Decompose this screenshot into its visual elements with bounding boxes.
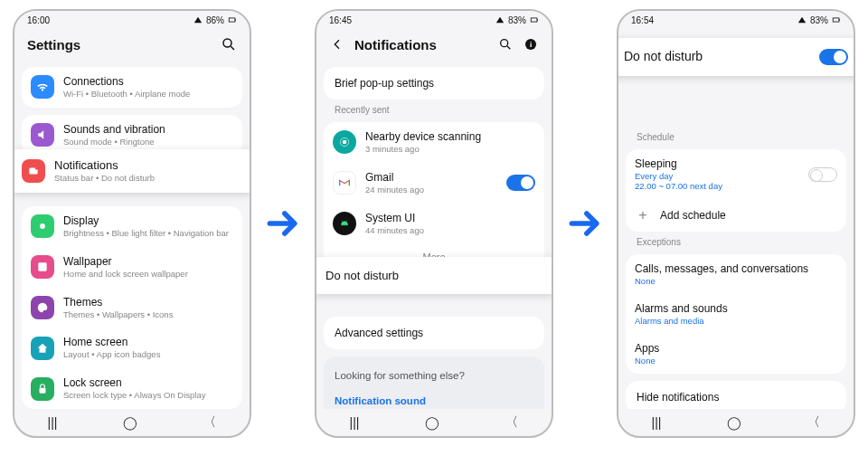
dnd-toggle[interactable] xyxy=(819,60,848,65)
lock-icon xyxy=(31,377,54,401)
android-icon xyxy=(333,212,356,235)
back-icon[interactable] xyxy=(329,36,345,52)
settings-list[interactable]: ConnectionsWi-Fi • Bluetooth • Airplane … xyxy=(14,60,250,409)
home-nav-icon[interactable]: ◯ xyxy=(123,415,137,430)
recent-icon[interactable]: ||| xyxy=(652,415,662,430)
recent-icon[interactable]: ||| xyxy=(48,415,58,430)
arrow-icon xyxy=(261,204,305,243)
status-bar: 16:00 86% xyxy=(14,11,250,29)
recent-icon[interactable]: ||| xyxy=(350,415,360,430)
brief-popup-row[interactable]: Brief pop-up settings xyxy=(324,67,544,100)
home-nav-icon[interactable]: ◯ xyxy=(425,415,439,430)
gmail-toggle[interactable] xyxy=(506,175,535,191)
section-schedule: Schedule xyxy=(626,127,846,142)
notifications-content[interactable]: Brief pop-up settings Recently sent Near… xyxy=(316,60,552,409)
notifications-icon xyxy=(22,159,45,183)
sleeping-toggle[interactable] xyxy=(808,167,837,182)
time: 16:54 xyxy=(631,15,654,25)
arrow-icon xyxy=(563,204,607,243)
svg-line-12 xyxy=(507,46,510,49)
back-nav-icon[interactable]: 〈 xyxy=(807,414,820,431)
sound-icon xyxy=(31,123,54,147)
battery: 83% xyxy=(508,15,526,25)
schedule-sleeping[interactable]: Sleeping Every day 22.00 ~ 07.00 next da… xyxy=(626,149,846,199)
info-icon[interactable]: i xyxy=(523,36,539,52)
status-bar: 16:54 83% xyxy=(618,11,854,29)
svg-rect-7 xyxy=(38,262,46,271)
svg-point-11 xyxy=(501,40,508,47)
svg-point-5 xyxy=(35,166,39,170)
svg-point-6 xyxy=(40,223,45,229)
svg-rect-9 xyxy=(531,18,537,22)
svg-rect-18 xyxy=(839,19,840,21)
time: 16:45 xyxy=(329,15,352,25)
wallpaper-icon xyxy=(31,255,54,279)
advanced-row[interactable]: Advanced settings xyxy=(324,317,544,349)
search-icon[interactable] xyxy=(497,36,514,52)
display-icon xyxy=(31,214,54,238)
svg-point-2 xyxy=(223,39,231,47)
item-connections[interactable]: ConnectionsWi-Fi • Bluetooth • Airplane … xyxy=(22,67,242,108)
themes-icon xyxy=(31,296,54,319)
dnd-main-toggle-row[interactable]: Do not disturb xyxy=(618,60,854,76)
home-icon xyxy=(31,337,54,360)
item-home[interactable]: Home screenLayout • App icon badges xyxy=(22,328,242,368)
nav-bar: ||| ◯ 〈 xyxy=(618,409,854,436)
phone-settings: 16:00 86% Settings ConnectionsWi-Fi • Bl… xyxy=(13,9,251,438)
gmail-icon xyxy=(333,171,356,195)
back-nav-icon[interactable]: 〈 xyxy=(203,414,216,431)
svg-point-15 xyxy=(343,140,347,145)
nearby-icon xyxy=(333,130,356,154)
header: Notifications i xyxy=(316,29,552,60)
section-exceptions: Exceptions xyxy=(626,232,846,247)
home-nav-icon[interactable]: ◯ xyxy=(727,415,741,430)
svg-rect-8 xyxy=(40,388,46,394)
dnd-content[interactable]: Do not disturb is on until you turn it o… xyxy=(618,60,854,409)
time: 16:00 xyxy=(27,15,50,25)
page-title: Settings xyxy=(27,37,80,52)
app-nearby[interactable]: Nearby device scanning3 minutes ago xyxy=(324,122,544,163)
item-dnd-highlight[interactable]: Do not disturb xyxy=(316,257,552,294)
exc-apps[interactable]: AppsNone xyxy=(626,334,846,374)
wifi-icon xyxy=(31,75,54,99)
search-icon[interactable] xyxy=(221,36,237,52)
battery: 86% xyxy=(206,15,224,25)
page-title: Notifications xyxy=(354,37,437,52)
battery: 83% xyxy=(810,15,828,25)
nav-bar: ||| ◯ 〈 xyxy=(316,409,552,436)
header: Settings xyxy=(14,29,250,60)
item-notifications-highlight[interactable]: NotificationsStatus bar • Do not disturb xyxy=(14,149,250,193)
svg-line-3 xyxy=(231,46,234,50)
item-themes[interactable]: ThemesThemes • Wallpapers • Icons xyxy=(22,288,242,328)
app-systemui[interactable]: System UI44 minutes ago xyxy=(324,204,544,244)
hide-notifications[interactable]: Hide notifications xyxy=(626,381,846,409)
plus-icon: + xyxy=(635,207,651,223)
svg-rect-10 xyxy=(537,19,538,21)
nav-bar: ||| ◯ 〈 xyxy=(14,409,250,436)
add-schedule[interactable]: + Add schedule xyxy=(626,199,846,232)
phone-dnd: 16:54 83% Do not disturb Do not disturb … xyxy=(617,9,855,438)
svg-rect-0 xyxy=(229,18,235,22)
svg-rect-1 xyxy=(235,19,236,21)
exc-alarms[interactable]: Alarms and soundsAlarms and media xyxy=(626,294,846,334)
section-recently-sent: Recently sent xyxy=(324,100,544,115)
item-display[interactable]: DisplayBrightness • Blue light filter • … xyxy=(22,206,242,247)
svg-rect-17 xyxy=(833,18,839,22)
status-bar: 16:45 83% xyxy=(316,11,552,29)
phone-notifications: 16:45 83% Notifications i Brief pop-up s… xyxy=(315,9,553,438)
item-wallpaper[interactable]: WallpaperHome and lock screen wallpaper xyxy=(22,247,242,288)
looking-head: Looking for something else? xyxy=(324,360,544,391)
exc-calls[interactable]: Calls, messages, and conversationsNone xyxy=(626,254,846,294)
back-nav-icon[interactable]: 〈 xyxy=(505,414,518,431)
link-notif-sound[interactable]: Notification sound xyxy=(324,391,544,409)
app-gmail[interactable]: Gmail24 minutes ago xyxy=(324,163,544,204)
item-lock[interactable]: Lock screenScreen lock type • Always On … xyxy=(22,368,242,409)
